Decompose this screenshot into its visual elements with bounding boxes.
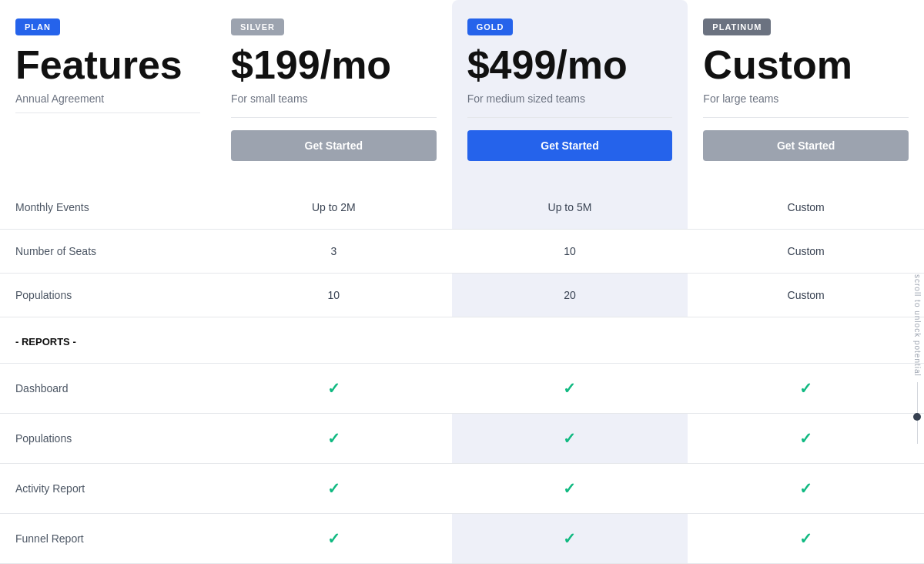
gold-cell <box>452 317 688 364</box>
silver-cell: 3 <box>216 230 452 274</box>
gold-cell: ✓ <box>452 514 688 564</box>
platinum-cell: ✓ <box>688 514 924 564</box>
checkmark-icon: ✓ <box>799 529 812 548</box>
checkmark-icon: ✓ <box>563 429 576 448</box>
platinum-cell: ✓ <box>688 464 924 514</box>
platinum-cell <box>688 317 924 364</box>
gold-get-started-button[interactable]: Get Started <box>467 130 673 161</box>
feature-label: Populations <box>0 414 216 464</box>
silver-cell: Up to 2M <box>216 186 452 230</box>
feature-label: Dashboard <box>0 364 216 414</box>
silver-divider <box>231 117 437 118</box>
features-header: PLAN Features Annual Agreement <box>0 0 216 186</box>
platinum-cell: Custom <box>688 186 924 230</box>
platinum-badge: PLATINUM <box>703 18 771 35</box>
gold-divider <box>467 117 673 118</box>
feature-label: Funnel Report <box>0 514 216 564</box>
platinum-cell: Custom <box>688 230 924 274</box>
platinum-cell: Custom <box>688 274 924 317</box>
gold-cell: Up to 5M <box>452 186 688 230</box>
silver-price: $199/mo <box>231 45 437 85</box>
header-divider <box>15 112 200 113</box>
checkmark-icon: ✓ <box>327 529 340 548</box>
feature-label: Number of Seats <box>0 230 216 274</box>
pricing-table: PLAN Features Annual Agreement SILVER $1… <box>0 0 924 564</box>
gold-cell: ✓ <box>452 414 688 464</box>
section-header-label: - REPORTS - <box>0 317 216 364</box>
checkmark-icon: ✓ <box>563 479 576 498</box>
checkmark-icon: ✓ <box>563 529 576 548</box>
gold-cell: ✓ <box>452 364 688 414</box>
silver-cell: ✓ <box>216 464 452 514</box>
silver-get-started-button[interactable]: Get Started <box>231 130 437 161</box>
platinum-price: Custom <box>703 45 909 85</box>
gold-badge: GOLD <box>467 18 514 35</box>
platinum-divider <box>703 117 909 118</box>
platinum-subtitle: For large teams <box>703 92 909 105</box>
feature-label: Monthly Events <box>0 186 216 230</box>
feature-label: Activity Report <box>0 464 216 514</box>
scroll-line <box>917 382 918 444</box>
checkmark-icon: ✓ <box>327 379 340 398</box>
gold-cell: ✓ <box>452 464 688 514</box>
platinum-cell: ✓ <box>688 414 924 464</box>
silver-cell: 10 <box>216 274 452 317</box>
gold-cell: 20 <box>452 274 688 317</box>
checkmark-icon: ✓ <box>799 379 812 398</box>
annual-agreement: Annual Agreement <box>15 92 200 105</box>
checkmark-icon: ✓ <box>327 479 340 498</box>
silver-header: SILVER $199/mo For small teams Get Start… <box>216 0 452 186</box>
scroll-text: scroll to unlock potential <box>913 274 922 377</box>
checkmark-icon: ✓ <box>799 479 812 498</box>
silver-cell: ✓ <box>216 364 452 414</box>
silver-cell: ✓ <box>216 414 452 464</box>
checkmark-icon: ✓ <box>799 429 812 448</box>
feature-label: Populations <box>0 274 216 317</box>
gold-price: $499/mo <box>467 45 673 85</box>
gold-cell: 10 <box>452 230 688 274</box>
silver-subtitle: For small teams <box>231 92 437 105</box>
silver-badge: SILVER <box>231 18 284 35</box>
platinum-cell: ✓ <box>688 364 924 414</box>
checkmark-icon: ✓ <box>327 429 340 448</box>
checkmark-icon: ✓ <box>563 379 576 398</box>
gold-subtitle: For medium sized teams <box>467 92 673 105</box>
features-title: Features <box>15 45 200 85</box>
scroll-indicator: scroll to unlock potential <box>910 154 924 564</box>
silver-cell: ✓ <box>216 514 452 564</box>
scroll-dot <box>913 413 921 421</box>
plan-badge: PLAN <box>15 18 60 35</box>
gold-header: GOLD $499/mo For medium sized teams Get … <box>452 0 688 186</box>
platinum-header: PLATINUM Custom For large teams Get Star… <box>688 0 924 186</box>
platinum-get-started-button[interactable]: Get Started <box>703 130 909 161</box>
silver-cell <box>216 317 452 364</box>
